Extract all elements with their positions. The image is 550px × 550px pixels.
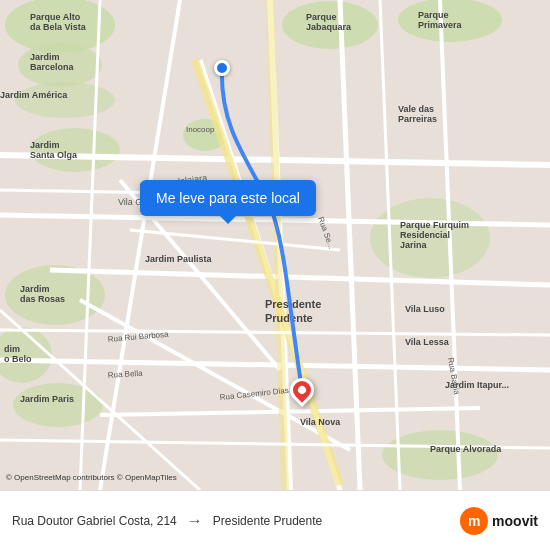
svg-text:Vale das: Vale das	[398, 104, 434, 114]
svg-text:Santa Olga: Santa Olga	[30, 150, 78, 160]
svg-text:Vila Nova: Vila Nova	[300, 417, 341, 427]
route-to: Presidente Prudente	[213, 514, 322, 528]
svg-text:Parque: Parque	[306, 12, 337, 22]
svg-text:Primavera: Primavera	[418, 20, 463, 30]
arrow-icon: →	[187, 512, 203, 530]
svg-text:Jardim: Jardim	[30, 140, 60, 150]
svg-text:dim: dim	[4, 344, 20, 354]
map-tooltip[interactable]: Me leve para este local	[140, 180, 316, 216]
svg-text:Inocoop: Inocoop	[186, 125, 215, 134]
svg-text:Jarina: Jarina	[400, 240, 428, 250]
route-from: Rua Doutor Gabriel Costa, 214	[12, 514, 177, 528]
moovit-logo[interactable]: m moovit	[460, 507, 538, 535]
svg-text:Vila Luso: Vila Luso	[405, 304, 445, 314]
svg-text:Jardim: Jardim	[30, 52, 60, 62]
destination-pin	[290, 378, 314, 402]
svg-text:Parreiras: Parreiras	[398, 114, 437, 124]
moovit-icon: m	[460, 507, 488, 535]
svg-text:Prudente: Prudente	[265, 312, 313, 324]
svg-text:Vila Lessa: Vila Lessa	[405, 337, 450, 347]
svg-text:Jabaquara: Jabaquara	[306, 22, 352, 32]
svg-text:Jardim Paulista: Jardim Paulista	[145, 254, 213, 264]
svg-text:Presidente: Presidente	[265, 298, 321, 310]
svg-text:Jardim Paris: Jardim Paris	[20, 394, 74, 404]
svg-text:Barcelona: Barcelona	[30, 62, 75, 72]
svg-text:o Belo: o Belo	[4, 354, 32, 364]
svg-text:© OpenStreetMap contributors ©: © OpenStreetMap contributors © OpenMapTi…	[6, 473, 177, 482]
svg-text:Residencial: Residencial	[400, 230, 450, 240]
origin-pin	[214, 60, 230, 76]
svg-text:Jardim América: Jardim América	[0, 90, 68, 100]
map-container: Parque Alto da Bela Vista Parque Jabaqua…	[0, 0, 550, 490]
svg-text:Parque Alto: Parque Alto	[30, 12, 81, 22]
svg-text:da Bela Vista: da Bela Vista	[30, 22, 87, 32]
svg-text:das Rosas: das Rosas	[20, 294, 65, 304]
map-svg: Parque Alto da Bela Vista Parque Jabaqua…	[0, 0, 550, 490]
svg-text:Parque Alvorada: Parque Alvorada	[430, 444, 502, 454]
svg-text:Parque Furquim: Parque Furquim	[400, 220, 469, 230]
bottom-bar: Rua Doutor Gabriel Costa, 214 → Presiden…	[0, 490, 550, 550]
svg-text:Parque: Parque	[418, 10, 449, 20]
moovit-text: moovit	[492, 513, 538, 529]
svg-point-5	[15, 82, 115, 118]
svg-text:Jardim: Jardim	[20, 284, 50, 294]
